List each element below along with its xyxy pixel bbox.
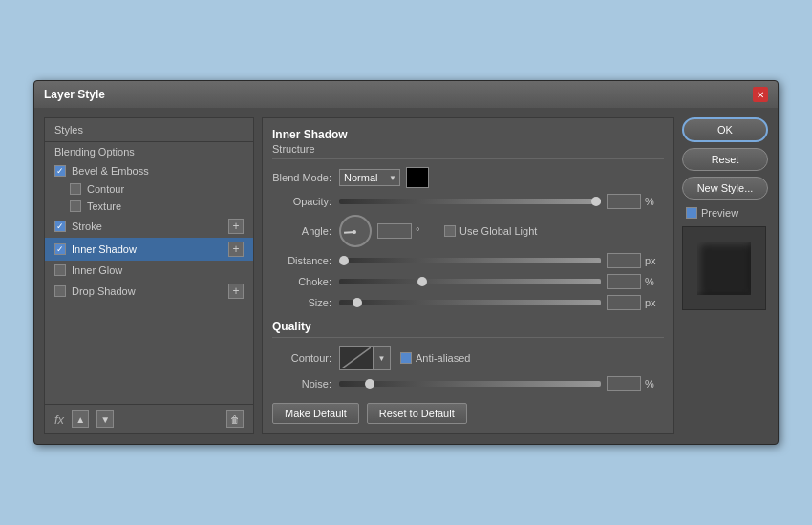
distance-slider-container (339, 258, 601, 263)
blend-mode-select[interactable]: Normal Multiply Screen Overlay (339, 169, 400, 186)
use-global-light-checkbox[interactable] (444, 225, 456, 237)
blend-mode-label: Blend Mode: (272, 172, 339, 183)
center-panel: Inner Shadow Structure Blend Mode: Norma… (262, 117, 674, 434)
blend-color-swatch[interactable] (406, 167, 429, 188)
close-button[interactable]: ✕ (753, 87, 768, 102)
contour-preview[interactable] (339, 346, 374, 370)
size-slider-thumb[interactable] (353, 298, 362, 307)
anti-aliased-checkbox[interactable] (400, 352, 412, 364)
sidebar-item-inner-glow[interactable]: Inner Glow (45, 261, 253, 280)
svg-marker-0 (342, 347, 371, 368)
use-global-light-text: Use Global Light (459, 225, 537, 237)
quality-title: Quality (272, 320, 664, 338)
contour-row: Contour: ▼ Anti-aliased (272, 346, 664, 370)
blend-mode-wrapper: Normal Multiply Screen Overlay (339, 169, 400, 186)
center-section-subtitle: Structure (272, 143, 664, 159)
distance-input[interactable]: 0 (607, 253, 641, 268)
quality-section: Quality Contour: ▼ Anti-aliased (272, 320, 664, 391)
choke-unit: % (645, 276, 664, 287)
bevel-emboss-checkbox[interactable] (54, 165, 66, 177)
delete-button[interactable]: 🗑 (226, 410, 244, 428)
inner-shadow-checkbox[interactable] (54, 243, 66, 255)
layer-style-dialog: Layer Style ✕ Styles Blending Options Be… (33, 80, 779, 445)
blending-options-label: Blending Options (54, 146, 135, 158)
sidebar-item-blending-options[interactable]: Blending Options (45, 142, 253, 161)
ok-button[interactable]: OK (682, 117, 768, 142)
styles-header: Styles (45, 118, 253, 142)
left-panel-footer: fx ▲ ▼ 🗑 (45, 404, 253, 433)
anti-aliased-label[interactable]: Anti-aliased (400, 352, 470, 364)
contour-label: Contour (87, 183, 124, 195)
sidebar-item-stroke[interactable]: Stroke + (45, 215, 253, 238)
choke-input[interactable]: 18 (607, 274, 641, 289)
sidebar-item-drop-shadow[interactable]: Drop Shadow + (45, 280, 253, 303)
opacity-slider-thumb[interactable] (591, 197, 601, 206)
size-input[interactable]: 5 (607, 295, 641, 310)
make-default-button[interactable]: Make Default (272, 403, 359, 424)
preview-shape (697, 242, 751, 295)
dialog-title: Layer Style (44, 88, 105, 101)
bevel-emboss-label: Bevel & Emboss (72, 165, 149, 177)
choke-row: Choke: 18 % (272, 274, 664, 289)
inner-glow-checkbox[interactable] (54, 264, 66, 276)
size-label: Size: (272, 297, 339, 308)
left-panel: Styles Blending Options Bevel & Emboss C… (44, 117, 254, 434)
sidebar-item-texture[interactable]: Texture (45, 198, 253, 215)
preview-checkbox[interactable] (686, 207, 697, 219)
choke-slider-track[interactable] (339, 279, 601, 284)
anti-aliased-text: Anti-aliased (416, 352, 470, 364)
noise-slider-thumb[interactable] (365, 379, 374, 388)
choke-slider-thumb[interactable] (417, 277, 427, 286)
noise-slider-container (339, 381, 601, 387)
opacity-slider-track[interactable] (339, 199, 601, 204)
reset-to-default-button[interactable]: Reset to Default (367, 403, 467, 424)
stroke-checkbox[interactable] (54, 220, 66, 232)
sidebar-item-inner-shadow[interactable]: Inner Shadow + (45, 238, 253, 261)
reset-button[interactable]: Reset (682, 148, 768, 171)
inner-shadow-label: Inner Shadow (72, 243, 137, 255)
size-slider-container (339, 300, 601, 305)
preview-canvas (682, 226, 766, 310)
contour-label: Contour: (272, 352, 339, 364)
size-slider-track[interactable] (339, 300, 601, 305)
move-down-button[interactable]: ▼ (96, 410, 114, 428)
noise-unit: % (645, 378, 664, 389)
angle-row: Angle: -94 ° Use Global Light (272, 215, 664, 247)
center-section-title: Inner Shadow (272, 128, 664, 141)
angle-widget[interactable] (339, 215, 372, 247)
move-up-button[interactable]: ▲ (72, 410, 89, 428)
texture-label: Texture (87, 200, 121, 212)
distance-row: Distance: 0 px (272, 253, 664, 268)
angle-needle (344, 231, 355, 234)
texture-checkbox[interactable] (70, 200, 81, 212)
right-panel: OK Reset New Style... Preview (682, 117, 768, 434)
noise-slider-track[interactable] (339, 381, 601, 387)
new-style-button[interactable]: New Style... (682, 177, 768, 200)
sidebar-item-contour[interactable]: Contour (45, 180, 253, 198)
drop-shadow-plus-button[interactable]: + (228, 284, 244, 299)
contour-checkbox[interactable] (70, 183, 81, 195)
angle-label: Angle: (272, 225, 339, 237)
opacity-slider-container (339, 199, 601, 204)
stroke-plus-button[interactable]: + (228, 219, 244, 234)
drop-shadow-checkbox[interactable] (54, 285, 66, 297)
bottom-buttons: Make Default Reset to Default (272, 403, 664, 424)
title-bar: Layer Style ✕ (34, 81, 778, 108)
opacity-input[interactable]: 100 (607, 194, 641, 209)
blend-mode-row: Blend Mode: Normal Multiply Screen Overl… (272, 167, 664, 188)
use-global-light-label[interactable]: Use Global Light (444, 225, 537, 237)
choke-label: Choke: (272, 276, 339, 287)
distance-slider-thumb[interactable] (339, 256, 349, 265)
opacity-label: Opacity: (272, 196, 339, 207)
contour-dropdown-button[interactable]: ▼ (374, 346, 391, 370)
inner-shadow-plus-button[interactable]: + (228, 242, 244, 257)
sidebar-item-bevel-emboss[interactable]: Bevel & Emboss (45, 161, 253, 180)
drop-shadow-label: Drop Shadow (72, 285, 136, 297)
size-row: Size: 5 px (272, 295, 664, 310)
angle-input[interactable]: -94 (377, 223, 412, 239)
preview-check-row: Preview (682, 205, 768, 220)
opacity-row: Opacity: 100 % (272, 194, 664, 209)
distance-slider-track[interactable] (339, 258, 601, 263)
dialog-body: Styles Blending Options Bevel & Emboss C… (34, 108, 778, 444)
noise-input[interactable]: 11 (607, 376, 641, 391)
